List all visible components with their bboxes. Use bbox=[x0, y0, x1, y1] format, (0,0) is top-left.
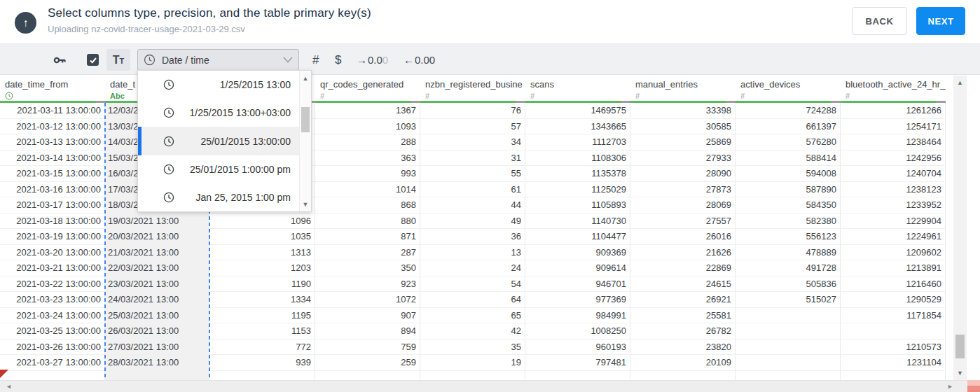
vertical-scrollbar[interactable]: ▲ ▼ bbox=[953, 76, 967, 380]
text-type-icon: Abc bbox=[110, 92, 125, 100]
scroll-up-icon[interactable]: ▲ bbox=[300, 75, 311, 82]
cell: 64 bbox=[420, 292, 525, 307]
cell: 1135378 bbox=[525, 166, 630, 181]
cell: 1104477 bbox=[525, 229, 630, 244]
cell: 1238464 bbox=[841, 134, 946, 150]
cell: 1108306 bbox=[525, 150, 630, 166]
cell: 2021-03-19 13:00:00 bbox=[0, 229, 105, 244]
cell: 24/03/2021 13:00 bbox=[105, 292, 209, 307]
cell bbox=[630, 371, 736, 380]
cell: 797481 bbox=[525, 355, 630, 370]
increase-decimal-button[interactable]: →0.00 bbox=[357, 44, 388, 76]
cell: 1112703 bbox=[525, 134, 630, 150]
next-button[interactable]: NEXT bbox=[916, 7, 965, 35]
dropdown-scrollbar-thumb[interactable] bbox=[301, 107, 310, 132]
dropdown-scrollbar[interactable]: ▲ ▼ bbox=[299, 71, 311, 211]
column-type-select[interactable]: Date / time bbox=[137, 49, 299, 71]
cell: 287 bbox=[315, 245, 420, 260]
table-row: 2021-03-26 13:00:0027/03/2021 13:0077275… bbox=[0, 340, 946, 356]
cell: 28090 bbox=[630, 166, 736, 181]
clock-icon bbox=[144, 54, 156, 66]
column-header-nzbn_registered_busine[interactable]: nzbn_registered_busine # bbox=[420, 76, 525, 103]
number-type-icon: # bbox=[635, 92, 640, 100]
table-row: 2021-03-21 13:00:0022/03/2021 13:0012033… bbox=[0, 260, 946, 276]
cell: 23820 bbox=[630, 340, 736, 355]
dropdown-option[interactable]: 1/25/2015 13:00 bbox=[138, 71, 299, 99]
column-header-qr_codes_generated[interactable]: qr_codes_generated # bbox=[315, 76, 420, 103]
cell: 1195 bbox=[209, 308, 315, 323]
selected-column-left-border bbox=[104, 103, 106, 380]
cell: 556123 bbox=[736, 229, 841, 244]
scroll-down-icon[interactable]: ▼ bbox=[953, 370, 967, 377]
vertical-scrollbar-thumb[interactable] bbox=[955, 335, 965, 358]
cell: 2021-03-17 13:00:00 bbox=[0, 197, 105, 213]
cell: 1231104 bbox=[841, 355, 946, 370]
cell bbox=[525, 371, 630, 380]
cell: 65 bbox=[420, 308, 525, 323]
column-header-manual_entries[interactable]: manual_entries # bbox=[630, 76, 736, 103]
number-type-icon: # bbox=[846, 92, 850, 100]
dropdown-option[interactable]: 25/01/2015 13:00:00 bbox=[138, 127, 299, 155]
scroll-right-icon[interactable]: ► bbox=[947, 382, 953, 392]
cell: 2021-03-14 13:00:00 bbox=[0, 150, 105, 166]
cell bbox=[315, 371, 420, 380]
clock-icon bbox=[163, 164, 174, 175]
cell: 35 bbox=[420, 340, 525, 355]
cell: 24615 bbox=[630, 276, 736, 292]
page-title: Select columns type, precision, and the … bbox=[48, 6, 371, 20]
dropdown-option[interactable]: Jan 25, 2015 1:00 pm bbox=[138, 183, 299, 211]
dropdown-option[interactable]: 1/25/2015 13:00+03:00 bbox=[138, 99, 299, 127]
clock-icon bbox=[163, 107, 174, 118]
cell: 2021-03-23 13:00:00 bbox=[0, 292, 105, 307]
cell: 946701 bbox=[525, 276, 630, 292]
include-column-checkbox[interactable] bbox=[87, 54, 99, 66]
cell: 2021-03-18 13:00:00 bbox=[0, 214, 105, 229]
horizontal-scrollbar[interactable]: ◄ ► bbox=[0, 380, 967, 392]
cell: 350 bbox=[315, 260, 420, 276]
cell bbox=[420, 371, 525, 380]
decrease-decimal-button[interactable]: ←0.00 bbox=[403, 44, 435, 76]
cell: 25/03/2021 13:00 bbox=[105, 308, 209, 323]
table-row: 2021-03-27 13:00:0028/03/2021 13:0093925… bbox=[0, 355, 946, 371]
cell: 909369 bbox=[525, 245, 630, 260]
cell: 923 bbox=[315, 276, 420, 292]
cell: 907 bbox=[315, 308, 420, 323]
upload-arrow-glyph: ↑ bbox=[23, 17, 29, 29]
column-header-date_time_from[interactable]: date_time_from bbox=[0, 76, 105, 103]
cell: 1261266 bbox=[841, 103, 946, 118]
cell bbox=[841, 371, 946, 380]
cell: 515027 bbox=[736, 292, 841, 307]
cell: 22869 bbox=[630, 260, 736, 276]
cell: 27933 bbox=[630, 150, 736, 166]
cell: 44 bbox=[420, 197, 525, 213]
cell: 23/03/2021 13:00 bbox=[105, 276, 209, 292]
cell: 22/03/2021 13:00 bbox=[105, 260, 209, 276]
table-row: 2021-03-20 13:00:0021/03/2021 13:0013132… bbox=[0, 245, 946, 261]
cell: 259 bbox=[315, 355, 420, 370]
column-header-scans[interactable]: scans # bbox=[525, 76, 630, 103]
cell: 1242956 bbox=[841, 150, 946, 166]
cell: 1096 bbox=[209, 214, 315, 229]
scroll-left-icon[interactable]: ◄ bbox=[6, 382, 12, 392]
number-format-button[interactable]: # bbox=[312, 44, 319, 76]
currency-format-button[interactable]: $ bbox=[335, 44, 341, 76]
text-type-button[interactable]: Tt bbox=[106, 49, 130, 71]
uploading-filename: Uploading nz-covid-tracer-usage-2021-03-… bbox=[48, 24, 245, 34]
cell: 582380 bbox=[736, 214, 841, 229]
cell: 2021-03-26 13:00:00 bbox=[0, 340, 105, 355]
increase-decimal-value: 0.0 bbox=[368, 54, 382, 66]
scroll-up-icon[interactable]: ▲ bbox=[953, 79, 967, 86]
cell: 871 bbox=[315, 229, 420, 244]
cell: 1229904 bbox=[841, 214, 946, 229]
wizard-header: ↑ Select columns type, precision, and th… bbox=[0, 0, 980, 43]
dropdown-option[interactable]: 25/01/2015 1:00:00 pm bbox=[138, 155, 299, 183]
cell: 478889 bbox=[736, 245, 841, 260]
scroll-down-icon[interactable]: ▼ bbox=[300, 201, 311, 208]
column-header-active_devices[interactable]: active_devices # bbox=[736, 76, 841, 103]
cell: 2021-03-27 13:00:00 bbox=[0, 355, 105, 370]
column-header-bluetooth_active_24_hr_[interactable]: bluetooth_active_24_hr_ # bbox=[841, 76, 946, 103]
cell: 960193 bbox=[525, 340, 630, 355]
back-button[interactable]: BACK bbox=[852, 7, 907, 35]
primary-key-button[interactable] bbox=[52, 44, 67, 76]
cell: 25869 bbox=[630, 134, 736, 150]
